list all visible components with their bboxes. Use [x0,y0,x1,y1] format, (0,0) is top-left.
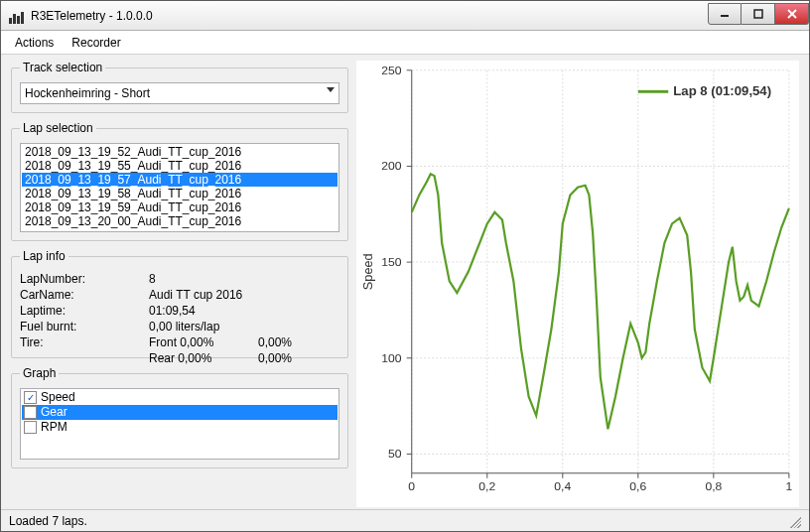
svg-text:0,2: 0,2 [478,480,495,494]
value-lapnumber: 8 [149,271,258,287]
lap-selection-legend: Lap selection [20,121,96,135]
lap-selection-group: Lap selection 2018_09_13_19_52_Audi_TT_c… [11,121,348,241]
menubar: Actions Recorder [1,31,809,55]
svg-text:200: 200 [381,160,402,174]
checkbox-icon[interactable]: ✓ [24,391,37,404]
window-title: R3ETelemetry - 1.0.0.0 [31,9,153,23]
graph-item[interactable]: Gear [22,405,338,420]
value-fuel: 0,00 liters/lap [149,319,258,334]
svg-rect-1 [754,10,762,18]
value-tire-rear: Rear 0,00% [149,350,258,366]
svg-text:50: 50 [388,448,402,462]
resize-grip[interactable] [787,514,801,528]
label-fuel: Fuel burnt: [20,319,149,334]
menu-actions[interactable]: Actions [15,36,54,50]
value-tire-rear-pct: 0,00% [258,350,338,366]
value-laptime: 01:09,54 [149,303,258,319]
app-window: R3ETelemetry - 1.0.0.0 Actions Recorder … [0,0,810,532]
lap-item[interactable]: 2018_09_13_19_52_Audi_TT_cup_2016 [22,145,338,159]
checkbox-icon[interactable] [24,406,37,419]
lap-listbox[interactable]: 2018_09_13_19_52_Audi_TT_cup_20162018_09… [20,143,339,232]
menu-recorder[interactable]: Recorder [71,36,120,50]
statusbar: Loaded 7 laps. [1,509,809,531]
status-text: Loaded 7 laps. [9,514,87,528]
chevron-down-icon [327,87,335,92]
graph-item[interactable]: ✓Speed [22,390,338,405]
lap-item[interactable]: 2018_09_13_19_57_Audi_TT_cup_2016 [22,173,338,187]
graph-item[interactable]: RPM [22,420,338,435]
track-selection-group: Track selection Hockenheimring - Short [11,61,348,113]
track-combo[interactable]: Hockenheimring - Short [20,82,339,104]
graph-item-label: Speed [41,390,75,405]
svg-text:0,8: 0,8 [705,480,722,494]
titlebar[interactable]: R3ETelemetry - 1.0.0.0 [1,1,809,31]
close-button[interactable] [775,3,809,25]
svg-text:100: 100 [381,351,402,365]
svg-text:0,6: 0,6 [629,480,646,494]
svg-text:0,4: 0,4 [554,480,571,494]
svg-text:250: 250 [381,64,402,77]
lap-info-legend: Lap info [20,249,68,263]
label-tire: Tire: [20,334,149,350]
value-tire-front-pct: 0,00% [258,334,338,350]
graph-item-label: RPM [41,420,68,435]
maximize-button[interactable] [742,3,775,25]
svg-text:1: 1 [785,480,792,494]
svg-text:150: 150 [381,255,402,269]
lap-info-group: Lap info LapNumber: 8 CarName: Audi TT c… [11,249,348,358]
svg-text:Lap 8 (01:09,54): Lap 8 (01:09,54) [673,83,771,98]
value-carname: Audi TT cup 2016 [149,287,258,303]
lap-item[interactable]: 2018_09_13_19_59_Audi_TT_cup_2016 [22,200,338,214]
lap-item[interactable]: 2018_09_13_20_00_Audi_TT_cup_2016 [22,214,338,228]
speed-chart: 00,20,40,60,8150100150200250SpeedLap 8 (… [356,61,799,507]
value-tire-front: Front 0,00% [149,334,258,350]
graph-listbox[interactable]: ✓SpeedGearRPM [20,388,339,460]
app-icon [9,8,25,24]
svg-text:0: 0 [408,480,415,494]
lap-item[interactable]: 2018_09_13_19_58_Audi_TT_cup_2016 [22,187,338,200]
graph-item-label: Gear [41,405,68,420]
graph-legend: Graph [20,366,59,380]
graph-group: Graph ✓SpeedGearRPM [11,366,348,468]
label-laptime: Laptime: [20,303,149,319]
label-lapnumber: LapNumber: [20,271,149,287]
minimize-button[interactable] [708,3,742,25]
track-selection-legend: Track selection [20,61,105,74]
label-carname: CarName: [20,287,149,303]
lap-item[interactable]: 2018_09_13_19_55_Audi_TT_cup_2016 [22,159,338,173]
track-combo-value: Hockenheimring - Short [25,86,150,100]
checkbox-icon[interactable] [24,421,37,434]
svg-text:Speed: Speed [360,253,375,290]
